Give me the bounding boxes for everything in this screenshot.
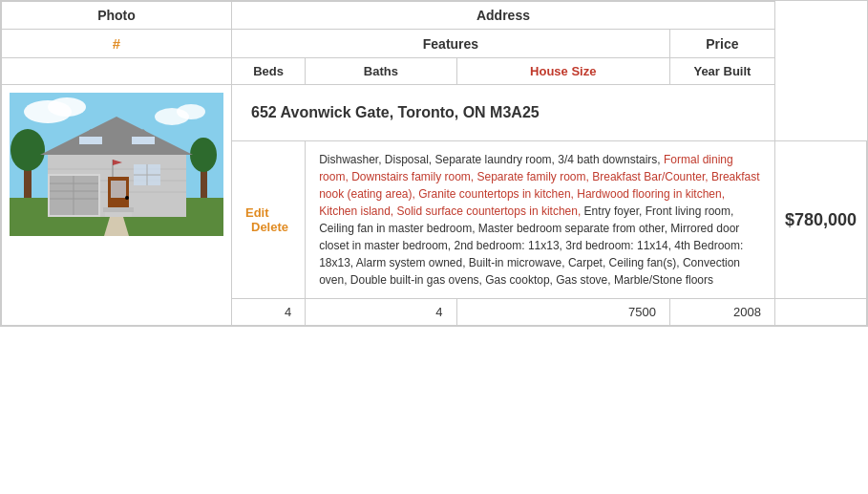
svg-rect-16: [79, 137, 102, 144]
house-size-value: 7500: [456, 299, 669, 326]
col-hash-header: #: [2, 30, 232, 58]
year-built-value: 2008: [669, 299, 774, 326]
svg-point-2: [48, 97, 86, 117]
house-photo: [10, 93, 223, 236]
svg-rect-32: [105, 212, 132, 217]
col-address-header: Address: [232, 2, 775, 30]
baths-value: 4: [306, 299, 456, 326]
svg-point-27: [125, 196, 129, 200]
edit-link[interactable]: Edit: [245, 205, 269, 220]
svg-rect-18: [132, 137, 155, 144]
beds-value: 4: [232, 299, 306, 326]
col-beds-header: Beds: [232, 58, 306, 85]
svg-point-7: [11, 129, 45, 171]
col-photo-header: Photo: [2, 2, 232, 30]
svg-rect-31: [103, 207, 134, 212]
listing-address: 652 Avonwick Gate, Toronto, ON M3A25: [232, 85, 775, 141]
price-empty: [774, 299, 866, 326]
delete-link[interactable]: Delete: [251, 220, 288, 234]
features-text-cell: Dishwasher, Disposal, Separate laundry r…: [306, 141, 775, 299]
col-price-header: Price: [669, 30, 774, 58]
photo-cell: [2, 85, 232, 326]
svg-point-4: [177, 104, 205, 119]
svg-rect-26: [111, 181, 126, 198]
col-hash-subheader: [2, 58, 232, 85]
col-house-size-header: House Size: [456, 58, 669, 85]
col-features-header: Features: [232, 30, 670, 58]
col-year-built-header: Year Built: [669, 58, 774, 85]
listing-price: $780,000: [774, 141, 866, 299]
svg-point-9: [190, 138, 217, 172]
edit-delete-cell: Edit Delete: [232, 141, 306, 299]
col-baths-header: Baths: [306, 58, 456, 85]
features-text-prefix: Dishwasher, Disposal, Separate laundry r…: [319, 153, 664, 166]
